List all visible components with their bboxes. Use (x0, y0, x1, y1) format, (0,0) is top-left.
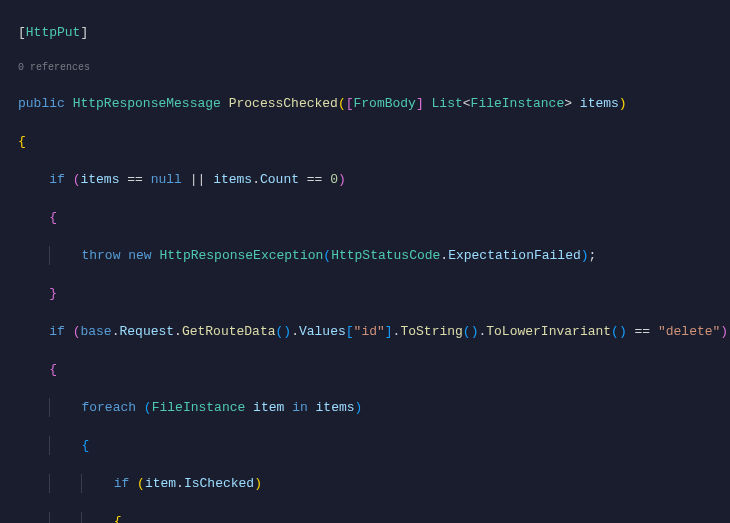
code-line: [HttpPut] (18, 23, 730, 42)
code-line: { (18, 512, 730, 523)
code-line: public HttpResponseMessage ProcessChecke… (18, 94, 730, 113)
code-line: } (18, 284, 730, 303)
code-line: if (base.Request.GetRouteData().Values["… (18, 322, 730, 341)
code-line: { (18, 436, 730, 455)
codelens-references[interactable]: 0 references (18, 61, 730, 75)
code-line: foreach (FileInstance item in items) (18, 398, 730, 417)
code-line: { (18, 208, 730, 227)
code-line: throw new HttpResponseException(HttpStat… (18, 246, 730, 265)
code-line: if (item.IsChecked) (18, 474, 730, 493)
code-line: { (18, 360, 730, 379)
code-editor[interactable]: [HttpPut] 0 references public HttpRespon… (0, 0, 730, 523)
code-line: if (items == null || items.Count == 0) (18, 170, 730, 189)
code-line: { (18, 132, 730, 151)
